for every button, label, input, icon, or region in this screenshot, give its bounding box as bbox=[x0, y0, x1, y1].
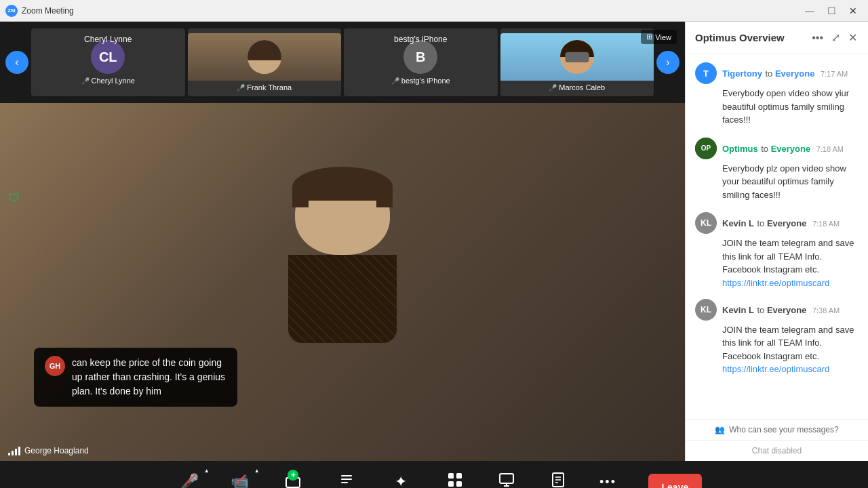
chat-body-4: JOIN the team telegram and save this lin… bbox=[722, 323, 859, 363]
chat-message-1: T Tigertony to Everyone 7:17 AM Everybod… bbox=[695, 62, 859, 127]
speaker-face bbox=[268, 174, 417, 390]
bar-2 bbox=[12, 451, 14, 455]
svg-rect-2 bbox=[341, 479, 352, 480]
chat-time-3: 7:18 AM bbox=[812, 220, 840, 228]
chat-to-2: to bbox=[761, 144, 770, 154]
chat-time-1: 7:17 AM bbox=[821, 70, 848, 78]
chat-msg-meta-4: Kevin L to Everyone 7:38 AM bbox=[722, 304, 859, 316]
toolbar: ▲ 🎤 Unmute ▲ 📹 Start Video + S bbox=[0, 461, 868, 488]
participant-name-bestg: bestg's iPhone bbox=[394, 35, 447, 44]
summary-icon bbox=[338, 472, 355, 488]
chat-msg-meta-1: Tigertony to Everyone 7:17 AM bbox=[722, 67, 859, 79]
main-video: GH can keep the price of the coin going … bbox=[0, 103, 685, 461]
chat-message-4: KL Kevin L to Everyone 7:38 AM JOIN the … bbox=[695, 299, 859, 375]
main-speaker-video bbox=[0, 103, 685, 461]
participant-tile-bestg[interactable]: bestg's iPhone B 🎤 bestg's iPhone bbox=[344, 28, 498, 96]
signal-bars bbox=[8, 447, 20, 455]
face-head bbox=[295, 174, 390, 255]
participant-name-cheryl: Cheryl Lynne bbox=[84, 35, 132, 44]
video-area: ‹ Cheryl Lynne CL 🎤 Cheryl Lynne bbox=[0, 22, 685, 461]
participant-tile-marcos[interactable]: 🎤 Marcos Caleb bbox=[500, 28, 654, 96]
chat-bubble-avatar: GH bbox=[45, 356, 65, 376]
chat-avatar-tigertony: T bbox=[695, 62, 717, 84]
summary-button[interactable]: Summary bbox=[323, 464, 370, 488]
mic-icon-container: 🎤 bbox=[180, 473, 199, 488]
chat-time-4: 7:38 AM bbox=[812, 306, 840, 314]
privacy-text: Who can see your messages? bbox=[729, 425, 838, 434]
start-video-button[interactable]: ▲ 📹 Start Video bbox=[216, 464, 264, 488]
chat-body-2: Everybody plz open video show your beaut… bbox=[722, 162, 859, 202]
chat-message-3: KL Kevin L to Everyone 7:18 AM JOIN the … bbox=[695, 212, 859, 288]
chat-msg-header-3: KL Kevin L to Everyone 7:18 AM bbox=[695, 212, 859, 234]
participant-label-cheryl: 🎤 Cheryl Lynne bbox=[81, 77, 135, 85]
participant-avatar-bestg: B bbox=[403, 40, 437, 74]
leave-button[interactable]: Leave bbox=[648, 474, 703, 488]
whiteboards-button[interactable]: Whiteboards bbox=[481, 464, 532, 488]
main-container: ‹ Cheryl Lynne CL 🎤 Cheryl Lynne bbox=[0, 22, 868, 461]
app-icon: ZM bbox=[5, 5, 18, 17]
unmute-button[interactable]: ▲ 🎤 Unmute bbox=[166, 464, 214, 488]
chat-to-1: to bbox=[765, 68, 774, 79]
chat-to-3: to bbox=[757, 218, 766, 228]
participant-label-marcos: 🎤 Marcos Caleb bbox=[549, 83, 605, 92]
mic-icon-bestg: 🎤 bbox=[391, 77, 399, 85]
chat-sender-kevin2: Kevin L bbox=[722, 305, 754, 315]
participant-tile-cheryl[interactable]: Cheryl Lynne CL 🎤 Cheryl Lynne bbox=[31, 28, 185, 96]
share-screen-button[interactable]: + Share Screen bbox=[267, 464, 320, 488]
chat-sender-optimus: Optimus bbox=[722, 144, 758, 154]
chat-avatar-optimus: OP bbox=[695, 138, 717, 159]
chat-link-3[interactable]: https://linktr.ee/optimuscard bbox=[722, 278, 859, 288]
participant-label-frank: 🎤 Frank Thrana bbox=[237, 83, 292, 92]
nav-next-button[interactable]: › bbox=[656, 51, 679, 74]
participants-strip: ‹ Cheryl Lynne CL 🎤 Cheryl Lynne bbox=[0, 22, 685, 103]
video-caret: ▲ bbox=[254, 468, 260, 474]
mic-icon-marcos: 🎤 bbox=[549, 84, 557, 92]
notes-icon bbox=[551, 472, 566, 488]
window-controls: — ☐ ✕ bbox=[800, 4, 863, 18]
close-button[interactable]: ✕ bbox=[844, 4, 863, 18]
chat-to-everyone-4: Everyone bbox=[767, 305, 807, 315]
chat-time-2: 7:18 AM bbox=[816, 145, 844, 153]
mic-icon-frank: 🎤 bbox=[237, 84, 245, 92]
nav-prev-button[interactable]: ‹ bbox=[5, 51, 28, 74]
chat-body-1: Everybody open video show yiur beautiful… bbox=[722, 87, 859, 127]
chat-body-3: JOIN the team telegram and save this lin… bbox=[722, 237, 859, 277]
apps-icon bbox=[448, 472, 462, 488]
apps-button[interactable]: Apps bbox=[431, 464, 479, 488]
speaker-name: George Hoagland bbox=[24, 446, 89, 455]
view-button[interactable]: ⊞ View bbox=[641, 30, 677, 44]
title-bar: ZM Zoom Meeting — ☐ ✕ bbox=[0, 0, 868, 22]
participant-label-bestg: 🎤 bestg's iPhone bbox=[391, 77, 450, 85]
chat-header: Optimus Overview ••• ⤢ ✕ bbox=[686, 22, 868, 54]
maximize-button[interactable]: ☐ bbox=[822, 4, 841, 18]
chat-bubble-text: can keep the price of the coin going up … bbox=[72, 356, 226, 399]
mic-icon-cheryl: 🎤 bbox=[81, 77, 90, 85]
minimize-button[interactable]: — bbox=[800, 4, 819, 18]
chat-disabled-notice: Chat disabled bbox=[686, 440, 868, 461]
chat-avatar-kevin1: KL bbox=[695, 212, 717, 234]
chat-overlay-bubble: GH can keep the price of the coin going … bbox=[34, 348, 237, 407]
whiteboards-icon bbox=[498, 472, 515, 488]
unmute-caret: ▲ bbox=[204, 468, 210, 474]
share-icon-container: + bbox=[285, 474, 301, 488]
chat-more-button[interactable]: ••• bbox=[810, 30, 825, 45]
chat-close-button[interactable]: ✕ bbox=[847, 30, 859, 45]
chat-to-4: to bbox=[757, 305, 766, 315]
chat-panel-title: Optimus Overview bbox=[695, 32, 785, 43]
chat-header-actions: ••• ⤢ ✕ bbox=[810, 30, 859, 45]
chat-msg-meta-2: Optimus to Everyone 7:18 AM bbox=[722, 142, 859, 155]
chat-panel: Optimus Overview ••• ⤢ ✕ T Tigertony to … bbox=[685, 22, 868, 461]
more-button[interactable]: ••• More bbox=[585, 464, 632, 488]
chat-privacy-notice[interactable]: 👥 Who can see your messages? bbox=[686, 419, 868, 440]
chat-msg-header-2: OP Optimus to Everyone 7:18 AM bbox=[695, 138, 859, 159]
chat-msg-meta-3: Kevin L to Everyone 7:18 AM bbox=[722, 217, 859, 229]
participant-tile-frank[interactable]: 🎤 Frank Thrana bbox=[188, 28, 342, 96]
video-icon-container: 📹 bbox=[231, 473, 249, 488]
bar-4 bbox=[18, 447, 20, 455]
chat-link-4[interactable]: https://linktr.ee/optimuscard bbox=[722, 364, 859, 374]
notes-button[interactable]: Notes bbox=[534, 464, 582, 488]
ai-companion-button[interactable]: ✦ AI Companion bbox=[373, 464, 429, 488]
chat-to-everyone-1: Everyone bbox=[775, 68, 815, 79]
svg-rect-3 bbox=[341, 482, 348, 483]
chat-popout-button[interactable]: ⤢ bbox=[830, 30, 842, 45]
